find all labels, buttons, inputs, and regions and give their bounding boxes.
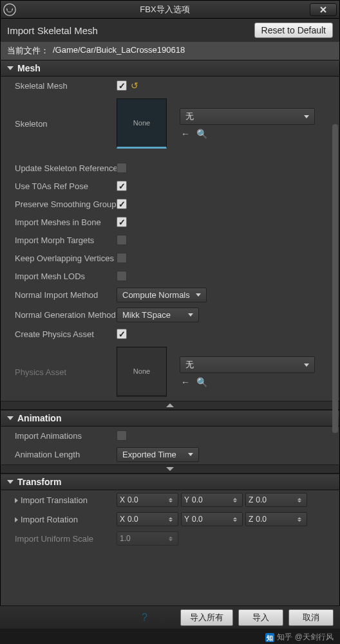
skeleton-dropdown[interactable]: 无 [180,108,315,125]
dropdown-value: Exported Time [122,450,176,459]
label: Skeleton [15,119,117,129]
update-skeleton-checkbox[interactable] [117,163,127,173]
browse-icon[interactable]: 🔍 [196,129,207,139]
chevron-down-icon [188,453,193,456]
revert-icon[interactable]: ↺ [131,80,138,91]
chevron-down-icon [7,480,14,484]
import-all-button[interactable]: 导入所有 [180,609,233,626]
chevron-down-icon [196,293,201,297]
scrollbar[interactable] [332,60,338,608]
label: Animation Length [15,450,117,459]
section-header-mesh[interactable]: Mesh [1,60,339,77]
row-import-bone: Import Meshes in Bone [1,213,339,231]
physics-asset-thumbnail[interactable]: None [117,347,167,397]
dropdown-value: 无 [185,111,194,122]
label: Create Physics Asset [15,329,117,339]
header-row: Import Skeletal Mesh Reset to Default [1,19,339,42]
dropdown-value: 无 [185,359,194,371]
normal-method-dropdown[interactable]: Compute Normals [117,288,207,302]
create-physics-checkbox[interactable] [117,329,127,339]
cancel-button[interactable]: 取消 [288,609,334,626]
physics-asset-dropdown[interactable]: 无 [180,356,315,373]
label: Import Rotation [15,515,117,524]
row-keep-overlap: Keep Overlapping Vertices [1,249,339,267]
label: Update Skeleton Reference [15,163,117,173]
triangle-down-icon [166,467,174,471]
label: Import Translation [15,495,117,505]
label: Normal Generation Method [15,310,117,320]
skeletal-mesh-checkbox[interactable] [117,80,127,91]
close-icon [319,6,327,14]
row-import-rotation: Import Rotation X0.0 Y0.0 Z0.0 [1,510,339,529]
row-normal-method: Normal Import Method Compute Normals [1,285,339,305]
label: Normal Import Method [15,290,117,300]
translation-x-field[interactable]: X0.0 [117,493,178,507]
label: Import Meshes in Bone [15,217,117,227]
row-preserve-smoothing: Preserve Smoothing Groups [1,195,339,213]
help-icon[interactable]: ? [142,612,147,623]
dropdown-value: Mikk TSpace [122,310,171,320]
chevron-down-icon [7,416,14,420]
path-value: /Game/Car/Buick_LaCrosse190618 [53,45,185,57]
row-animation-length: Animation Length Exported Time [1,445,339,465]
chevron-down-icon [304,115,309,118]
label: Import Uniform Scale [15,534,117,544]
rotation-y-field[interactable]: Y0.0 [181,512,243,526]
skeleton-thumbnail[interactable]: None [117,98,167,149]
dropdown-value: Compute Normals [122,290,190,300]
animation-length-dropdown[interactable]: Exported Time [117,447,199,462]
row-import-translation: Import Translation X0.0 Y0.0 Z0.0 [1,490,339,510]
animation-expand-bar[interactable] [1,465,339,474]
import-bone-checkbox[interactable] [117,217,127,227]
section-header-transform[interactable]: Transform [1,474,339,490]
label: Preserve Smoothing Groups [15,199,117,209]
expand-right-icon[interactable] [15,517,18,522]
chevron-down-icon [304,363,309,367]
label: Use T0As Ref Pose [15,181,117,191]
path-row: 当前文件： /Game/Car/Buick_LaCrosse190618 [1,42,339,60]
scale-field[interactable]: 1.0 [117,531,178,546]
label: Physics Asset [15,367,117,377]
close-button[interactable] [310,3,337,16]
import-animations-checkbox[interactable] [117,430,127,441]
row-create-physics: Create Physics Asset [1,325,339,343]
mesh-expand-bar[interactable] [1,401,339,410]
label: Skeletal Mesh [15,81,117,91]
keep-overlap-checkbox[interactable] [117,253,127,263]
use-selected-icon[interactable]: ← [181,129,190,139]
use-selected-icon[interactable]: ← [181,377,190,387]
rotation-z-field[interactable]: Z0.0 [245,512,307,526]
label: Import Morph Targets [15,235,117,245]
browse-icon[interactable]: 🔍 [196,377,207,387]
import-morph-checkbox[interactable] [117,235,127,245]
row-import-scale: Import Uniform Scale 1.0 [1,529,339,548]
preserve-smoothing-checkbox[interactable] [117,199,127,209]
scroll-thumb[interactable] [332,124,338,433]
chevron-down-icon [7,66,14,70]
rotation-x-field[interactable]: X0.0 [117,512,178,526]
translation-y-field[interactable]: Y0.0 [181,493,243,507]
row-import-animations: Import Animations [1,427,339,445]
label: Import Mesh LODs [15,271,117,281]
unreal-logo-icon [3,3,16,16]
row-normal-gen: Normal Generation Method Mikk TSpace [1,305,339,325]
expand-right-icon[interactable] [15,498,18,503]
header-title: Import Skeletal Mesh [7,25,98,36]
use-t0-checkbox[interactable] [117,181,127,191]
import-button[interactable]: 导入 [238,609,283,626]
section-title: Mesh [17,63,41,73]
content-area: Mesh Skeletal Mesh ↺ Skeleton None 无 ← [1,60,339,608]
row-skeletal-mesh: Skeletal Mesh ↺ [1,77,339,95]
section-header-animation[interactable]: Animation [1,410,339,427]
translation-z-field[interactable]: Z0.0 [245,493,307,507]
section-title: Transform [17,477,61,487]
import-lods-checkbox[interactable] [117,271,127,281]
row-import-lods: Import Mesh LODs [1,267,339,285]
row-use-t0: Use T0As Ref Pose [1,177,339,195]
normal-gen-dropdown[interactable]: Mikk TSpace [117,308,199,322]
titlebar: FBX导入选项 [1,1,339,19]
row-update-skeleton: Update Skeleton Reference [1,159,339,177]
reset-to-default-button[interactable]: Reset to Default [254,23,333,38]
chevron-down-icon [188,313,193,317]
watermark: 知 知乎 @天剑行风 [265,632,334,643]
